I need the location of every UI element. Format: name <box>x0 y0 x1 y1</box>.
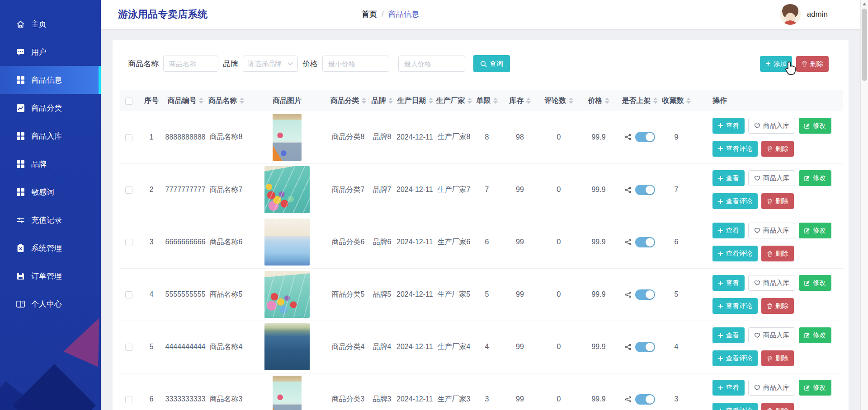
column-header-on_shelf[interactable]: 是否上架 <box>619 90 660 111</box>
sort-icon[interactable] <box>240 98 244 104</box>
row-checkbox[interactable] <box>125 186 132 194</box>
sort-icon[interactable] <box>388 98 393 104</box>
sidebar-item-商品分类[interactable]: 商品分类 <box>0 94 101 122</box>
sort-icon[interactable] <box>467 98 472 104</box>
bulk-delete-button[interactable]: 删除 <box>796 56 829 72</box>
column-header-limit[interactable]: 单限 <box>473 90 500 111</box>
view-button[interactable]: 查看 <box>712 118 745 134</box>
table-row: 3 6666666666 商品名称6 商品分类6 品牌6 2024-12-11 … <box>120 216 843 268</box>
cell-price: 99.9 <box>578 163 619 216</box>
stock-in-button[interactable]: 商品入库 <box>748 275 795 291</box>
view-button[interactable]: 查看 <box>712 275 745 291</box>
search-button[interactable]: 查询 <box>473 55 510 72</box>
min-price-input[interactable] <box>322 56 389 72</box>
column-header-code[interactable]: 商品编号 <box>165 90 206 111</box>
user-box[interactable]: admin <box>780 0 828 29</box>
delete-row-button[interactable]: 删除 <box>761 246 794 261</box>
on-shelf-toggle[interactable] <box>635 237 655 247</box>
delete-row-button[interactable]: 删除 <box>761 350 794 366</box>
sidebar-item-订单管理[interactable]: 订单管理 <box>0 262 101 290</box>
row-checkbox[interactable] <box>125 134 132 141</box>
row-checkbox[interactable] <box>125 291 132 298</box>
delete-row-button[interactable]: 删除 <box>761 298 794 314</box>
cell-limit: 5 <box>473 268 500 321</box>
view-comments-button[interactable]: 查看评论 <box>712 298 758 314</box>
product-name-input[interactable] <box>163 56 218 72</box>
add-button[interactable]: 添加 <box>760 56 792 72</box>
view-button[interactable]: 查看 <box>712 327 745 343</box>
vertical-scrollbar[interactable] <box>860 0 868 410</box>
sidebar-item-商品入库[interactable]: 商品入库 <box>0 122 101 150</box>
sidebar-item-个人中心[interactable]: 个人中心 <box>0 290 101 318</box>
stock-in-button[interactable]: 商品入库 <box>748 380 795 396</box>
edit-button[interactable]: 修改 <box>799 327 831 343</box>
stock-in-button[interactable]: 商品入库 <box>748 223 795 238</box>
sort-icon[interactable] <box>429 98 433 104</box>
sort-icon[interactable] <box>362 98 366 104</box>
edit-button[interactable]: 修改 <box>799 223 831 238</box>
cell-manufacturer: 生产厂家6 <box>434 216 473 268</box>
sliders-icon <box>16 215 25 224</box>
breadcrumb-home[interactable]: 首页 <box>362 10 377 19</box>
view-comments-button[interactable]: 查看评论 <box>712 246 758 261</box>
scrollbar-thumb[interactable] <box>862 9 867 81</box>
avatar[interactable] <box>780 4 801 25</box>
sidebar-item-用户[interactable]: 用户 <box>0 38 101 66</box>
sidebar-item-敏感词[interactable]: 敏感词 <box>0 178 101 206</box>
row-checkbox[interactable] <box>125 344 132 351</box>
on-shelf-toggle[interactable] <box>635 185 655 195</box>
content-card: 商品名称 品牌 请选择品牌 价格 查询 添加 删除 <box>113 40 849 410</box>
stock-in-button[interactable]: 商品入库 <box>748 327 795 343</box>
on-shelf-toggle[interactable] <box>635 132 655 142</box>
edit-button[interactable]: 修改 <box>799 275 831 291</box>
view-comments-button[interactable]: 查看评论 <box>712 403 758 410</box>
edit-button[interactable]: 修改 <box>799 380 831 396</box>
sidebar-item-商品信息[interactable]: 商品信息 <box>0 66 101 94</box>
cell-actions: 查看 商品入库 修改 查看评论 删除 <box>692 111 843 163</box>
sidebar-item-系统管理[interactable]: 系统管理 <box>0 234 101 262</box>
column-header-favorites[interactable]: 收藏数 <box>660 90 692 111</box>
cell-date: 2024-12-11 <box>396 321 434 373</box>
sidebar-item-充值记录[interactable]: 充值记录 <box>0 206 101 234</box>
sort-icon[interactable] <box>199 98 203 104</box>
brand-select[interactable]: 请选择品牌 <box>243 56 298 72</box>
column-header-price[interactable]: 价格 <box>578 90 619 111</box>
sort-icon[interactable] <box>686 98 691 104</box>
sort-icon[interactable] <box>526 98 531 104</box>
max-price-input[interactable] <box>398 56 465 72</box>
column-header-stock[interactable]: 库存 <box>500 90 539 111</box>
on-shelf-toggle[interactable] <box>635 342 655 352</box>
delete-row-button[interactable]: 删除 <box>761 193 794 209</box>
column-header-brand[interactable]: 品牌 <box>368 90 396 111</box>
view-comments-button[interactable]: 查看评论 <box>712 350 758 366</box>
sort-icon[interactable] <box>493 98 498 104</box>
column-header-category[interactable]: 商品分类 <box>328 90 368 111</box>
select-all-checkbox[interactable] <box>125 98 132 105</box>
view-comments-button[interactable]: 查看评论 <box>712 141 758 157</box>
on-shelf-toggle[interactable] <box>635 289 655 300</box>
row-checkbox[interactable] <box>125 239 132 246</box>
scrollbar-up-arrow-icon[interactable] <box>861 0 868 8</box>
edit-button[interactable]: 修改 <box>799 170 831 186</box>
row-checkbox[interactable] <box>125 396 132 403</box>
column-header-name[interactable]: 商品名称 <box>206 90 246 111</box>
view-comments-button[interactable]: 查看评论 <box>712 193 758 209</box>
view-button[interactable]: 查看 <box>712 223 745 238</box>
column-header-comments[interactable]: 评论数 <box>539 90 578 111</box>
column-header-date[interactable]: 生产日期 <box>396 90 434 111</box>
edit-button[interactable]: 修改 <box>799 118 831 134</box>
delete-row-button[interactable]: 删除 <box>761 141 794 157</box>
column-header-manufacturer[interactable]: 生产厂家 <box>434 90 473 111</box>
sidebar-item-品牌[interactable]: 品牌 <box>0 150 101 178</box>
sidebar-item-主页[interactable]: 主页 <box>0 10 101 38</box>
view-button[interactable]: 查看 <box>712 170 745 186</box>
sort-icon[interactable] <box>605 98 609 104</box>
sort-icon[interactable] <box>569 98 573 104</box>
delete-row-button[interactable]: 删除 <box>761 403 794 410</box>
sort-icon[interactable] <box>653 98 658 104</box>
stock-in-button[interactable]: 商品入库 <box>748 118 795 134</box>
view-button[interactable]: 查看 <box>712 380 745 396</box>
stock-in-button[interactable]: 商品入库 <box>748 170 795 186</box>
on-shelf-toggle[interactable] <box>635 394 655 405</box>
table-row: 1 8888888888 商品名称8 商品分类8 品牌8 2024-12-11 … <box>120 111 843 163</box>
